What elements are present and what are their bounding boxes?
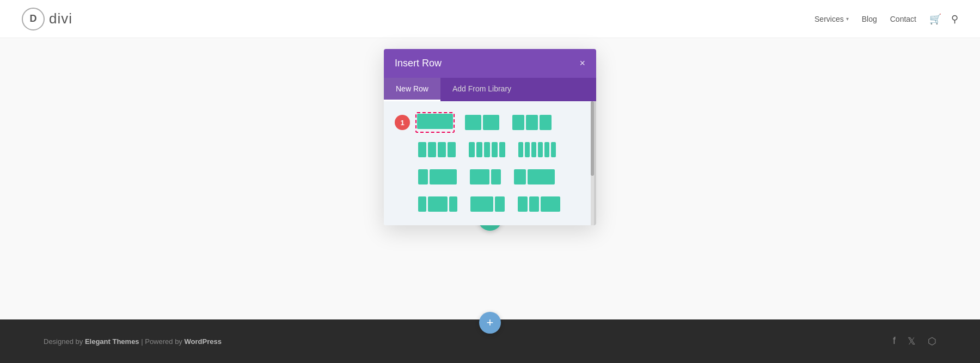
- modal-scrollbar[interactable]: [591, 101, 594, 225]
- layout-1-3[interactable]: [415, 167, 460, 187]
- layout-ssw[interactable]: [515, 194, 563, 214]
- col-block: [528, 169, 555, 184]
- modal-header: Insert Row ×: [384, 49, 596, 78]
- col-block: [492, 142, 498, 157]
- col-block: [525, 142, 530, 157]
- col-block: [428, 142, 436, 157]
- layout-5col[interactable]: [466, 139, 508, 160]
- modal-tabs: New Row Add From Library: [384, 78, 596, 101]
- col-block: [499, 142, 505, 157]
- col-block: [448, 142, 456, 157]
- col-block: [418, 196, 426, 212]
- col-block: [483, 115, 499, 130]
- nav-item-services[interactable]: Services▾: [814, 15, 849, 23]
- col-block: [484, 142, 490, 157]
- wordpress-text: WordPress: [184, 337, 221, 346]
- main-content: Insert Row × New Row Add From Library 1: [0, 38, 980, 319]
- col-block: [514, 169, 526, 184]
- instagram-icon[interactable]: ⬡: [928, 335, 936, 347]
- facebook-icon[interactable]: f: [893, 335, 896, 347]
- row-option-4col: [395, 139, 583, 160]
- col-block: [469, 142, 475, 157]
- modal-scrollbar-thumb: [591, 101, 594, 176]
- layout-4col[interactable]: [415, 139, 458, 160]
- layout-3col[interactable]: [510, 112, 554, 133]
- col-block: [518, 196, 528, 212]
- tab-add-from-library[interactable]: Add From Library: [440, 78, 523, 101]
- col-block: [476, 142, 482, 157]
- layout-2col[interactable]: [462, 112, 502, 133]
- powered-by-text: | Powered by: [141, 337, 184, 346]
- col-block: [418, 169, 428, 184]
- row-option-asymmetric: [395, 167, 583, 187]
- col-block: [526, 115, 538, 130]
- col-block: [541, 196, 560, 212]
- col-block: [529, 196, 539, 212]
- logo: D divi: [22, 8, 72, 30]
- elegant-themes-text: Elegant Themes: [85, 337, 139, 346]
- col-block: [540, 115, 552, 130]
- designed-by-text: Designed by: [44, 337, 85, 346]
- footer-social-icons: f 𝕏 ⬡: [893, 335, 936, 347]
- row-option-1col: 1: [395, 112, 583, 133]
- col-block: [430, 169, 457, 184]
- layout-half-quarter[interactable]: [467, 167, 504, 187]
- nav-item-blog[interactable]: Blog: [862, 15, 877, 23]
- logo-icon: D: [22, 8, 45, 30]
- col-block: [551, 142, 556, 157]
- add-section-button[interactable]: +: [479, 312, 501, 334]
- chevron-down-icon: ▾: [846, 16, 849, 22]
- col-block: [428, 196, 448, 212]
- col-block: [531, 142, 536, 157]
- insert-row-modal: Insert Row × New Row Add From Library 1: [384, 49, 596, 225]
- twitter-icon[interactable]: 𝕏: [908, 335, 916, 347]
- col-block: [518, 142, 523, 157]
- col-block: [470, 196, 493, 212]
- add-section-icon: +: [487, 316, 494, 330]
- col-layouts-2: [415, 139, 559, 160]
- col-block: [544, 142, 549, 157]
- col-block: [512, 115, 524, 130]
- modal-title: Insert Row: [395, 58, 442, 69]
- nav: Services▾BlogContact 🛒 ⚲: [814, 13, 958, 25]
- row-layout-grid: 1: [395, 112, 583, 214]
- col-block: [470, 169, 489, 184]
- row-option-more: [395, 194, 583, 214]
- row-number-badge: 1: [395, 115, 410, 130]
- footer-credit: Designed by Elegant Themes | Powered by …: [44, 337, 222, 346]
- nav-item-contact[interactable]: Contact: [890, 15, 916, 23]
- col-block: [465, 115, 481, 130]
- layout-6col[interactable]: [516, 139, 559, 160]
- header: D divi Services▾BlogContact 🛒 ⚲: [0, 0, 980, 38]
- col-block: [418, 142, 426, 157]
- nav-icons: 🛒 ⚲: [929, 13, 958, 25]
- layout-ws[interactable]: [468, 194, 507, 214]
- modal-body: 1: [384, 101, 596, 225]
- logo-name: divi: [49, 10, 72, 27]
- col-block: [417, 114, 453, 129]
- col-block: [491, 169, 501, 184]
- search-icon[interactable]: ⚲: [951, 13, 958, 25]
- col-block: [538, 142, 543, 157]
- layout-sws[interactable]: [415, 194, 460, 214]
- modal-close-button[interactable]: ×: [579, 58, 585, 69]
- col-layouts-1: [415, 112, 554, 133]
- col-block: [438, 142, 446, 157]
- col-layouts-3: [415, 167, 558, 187]
- tab-new-row[interactable]: New Row: [384, 78, 440, 101]
- layout-1col[interactable]: [415, 112, 455, 133]
- col-block: [495, 196, 505, 212]
- col-layouts-4: [415, 194, 563, 214]
- col-block: [449, 196, 457, 212]
- layout-2-1[interactable]: [511, 167, 558, 187]
- cart-icon[interactable]: 🛒: [929, 13, 941, 25]
- logo-letter: D: [30, 13, 37, 24]
